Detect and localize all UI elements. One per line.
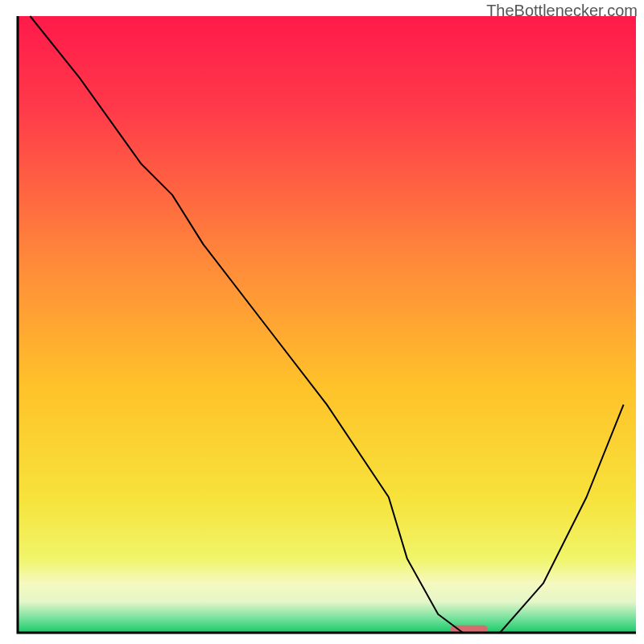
gradient-background <box>18 16 636 633</box>
chart-container: TheBottlenecker.com <box>0 0 644 644</box>
watermark-text: TheBottlenecker.com <box>486 2 638 20</box>
bottleneck-chart <box>0 0 644 644</box>
